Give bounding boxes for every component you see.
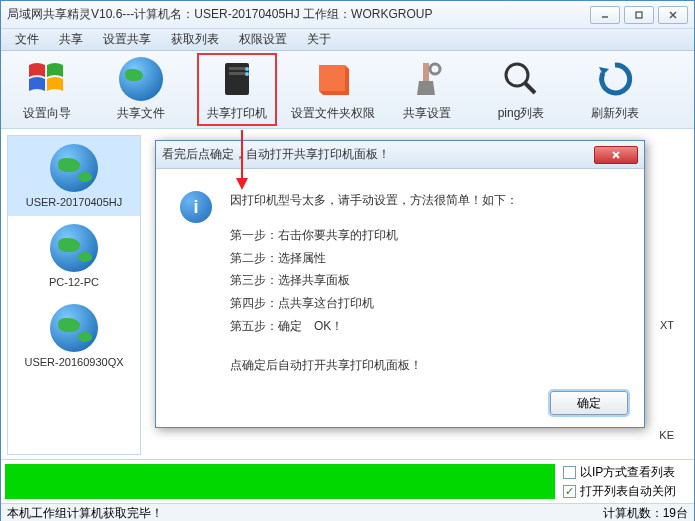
dialog-body: i 因打印机型号太多，请手动设置，方法很简单！如下： 第一步：右击你要共享的打印… [156, 169, 644, 387]
menu-bar: 文件 共享 设置共享 获取列表 权限设置 关于 [1, 29, 694, 51]
tool-label: 共享设置 [403, 105, 451, 122]
close-button[interactable] [658, 6, 688, 24]
title-bar: 局域网共享精灵V10.6---计算机名：USER-20170405HJ 工作组：… [1, 1, 694, 29]
window-title: 局域网共享精灵V10.6---计算机名：USER-20170405HJ 工作组：… [7, 6, 590, 23]
computer-item[interactable]: USER-20160930QX [8, 296, 140, 376]
menu-permission[interactable]: 权限设置 [229, 29, 297, 50]
status-message: 本机工作组计算机获取完毕！ [7, 505, 603, 521]
tool-setup-wizard[interactable]: 设置向导 [9, 57, 85, 122]
magnifier-icon [499, 57, 543, 101]
partial-text: KE [659, 429, 674, 441]
tool-share-printer[interactable]: 共享打印机 [197, 53, 277, 126]
svg-rect-6 [229, 72, 245, 75]
info-dialog: 看完后点确定，自动打开共享打印机面板！ i 因打印机型号太多，请手动设置，方法很… [155, 140, 645, 428]
computer-name: USER-20170405HJ [26, 196, 123, 208]
tool-label: 设置向导 [23, 105, 71, 122]
svg-point-10 [430, 64, 440, 74]
dialog-text: 因打印机型号太多，请手动设置，方法很简单！如下： 第一步：右击你要共享的打印机 … [230, 189, 518, 377]
svg-rect-1 [636, 12, 642, 18]
checkbox-label: 打开列表自动关闭 [580, 483, 676, 500]
tool-label: 共享文件 [117, 105, 165, 122]
refresh-icon [593, 57, 637, 101]
progress-bar [5, 464, 555, 499]
tool-folder-permission[interactable]: 设置文件夹权限 [295, 57, 371, 122]
checkbox-icon [563, 485, 576, 498]
checkbox-ip-view[interactable]: 以IP方式查看列表 [563, 464, 690, 481]
computer-list-panel[interactable]: USER-20170405HJ PC-12-PC USER-20160930QX [7, 135, 141, 455]
svg-point-8 [245, 72, 249, 76]
ok-button[interactable]: 确定 [550, 391, 628, 415]
svg-rect-5 [229, 67, 245, 70]
dialog-heading: 因打印机型号太多，请手动设置，方法很简单！如下： [230, 189, 518, 212]
step-4: 第四步：点共享这台打印机 [230, 292, 518, 315]
step-1: 第一步：右击你要共享的打印机 [230, 224, 518, 247]
computer-globe-icon [50, 304, 98, 352]
step-2: 第二步：选择属性 [230, 247, 518, 270]
menu-getlist[interactable]: 获取列表 [161, 29, 229, 50]
tool-share-settings[interactable]: 共享设置 [389, 57, 465, 122]
menu-about[interactable]: 关于 [297, 29, 341, 50]
dialog-steps: 第一步：右击你要共享的打印机 第二步：选择属性 第三步：选择共享面板 第四步：点… [230, 224, 518, 338]
tool-label: ping列表 [498, 105, 545, 122]
tool-refresh-list[interactable]: 刷新列表 [577, 57, 653, 122]
svg-line-12 [525, 83, 535, 93]
title-buttons [590, 6, 688, 24]
status-bar: 本机工作组计算机获取完毕！ 计算机数：19台 [1, 503, 694, 521]
tool-ping-list[interactable]: ping列表 [483, 57, 559, 122]
checkbox-label: 以IP方式查看列表 [580, 464, 675, 481]
tool-label: 共享打印机 [207, 105, 267, 122]
server-icon [215, 57, 259, 101]
menu-share[interactable]: 共享 [49, 29, 93, 50]
dialog-title: 看完后点确定，自动打开共享打印机面板！ [162, 146, 594, 163]
checkbox-auto-close[interactable]: 打开列表自动关闭 [563, 483, 690, 500]
checkbox-icon [563, 466, 576, 479]
computer-globe-icon [50, 144, 98, 192]
tool-label: 设置文件夹权限 [291, 105, 375, 122]
menu-file[interactable]: 文件 [5, 29, 49, 50]
partial-text: XT [660, 319, 674, 331]
step-5: 第五步：确定 OK！ [230, 315, 518, 338]
options-column: 以IP方式查看列表 打开列表自动关闭 [559, 460, 694, 503]
computer-globe-icon [50, 224, 98, 272]
book-icon [311, 57, 355, 101]
globe-icon [119, 57, 163, 101]
dialog-close-button[interactable] [594, 146, 638, 164]
computer-item[interactable]: PC-12-PC [8, 216, 140, 296]
dialog-title-bar: 看完后点确定，自动打开共享打印机面板！ [156, 141, 644, 169]
windows-flag-icon [25, 57, 69, 101]
computer-name: PC-12-PC [49, 276, 99, 288]
computer-item[interactable]: USER-20170405HJ [8, 136, 140, 216]
info-icon: i [180, 191, 212, 223]
svg-rect-9 [423, 63, 429, 83]
maximize-button[interactable] [624, 6, 654, 24]
svg-point-11 [506, 64, 528, 86]
dialog-footer: 点确定后自动打开共享打印机面板！ [230, 354, 518, 377]
status-count: 计算机数：19台 [603, 505, 688, 521]
computer-name: USER-20160930QX [24, 356, 123, 368]
toolbar: 设置向导 共享文件 共享打印机 设置文件夹权限 共享设置 ping列表 刷新列表 [1, 51, 694, 129]
bottom-bar: 以IP方式查看列表 打开列表自动关闭 [1, 459, 694, 503]
dialog-button-row: 确定 [550, 391, 628, 415]
step-3: 第三步：选择共享面板 [230, 269, 518, 292]
minimize-button[interactable] [590, 6, 620, 24]
svg-point-7 [245, 67, 249, 71]
tools-icon [405, 57, 449, 101]
tool-share-files[interactable]: 共享文件 [103, 57, 179, 122]
tool-label: 刷新列表 [591, 105, 639, 122]
menu-setshare[interactable]: 设置共享 [93, 29, 161, 50]
